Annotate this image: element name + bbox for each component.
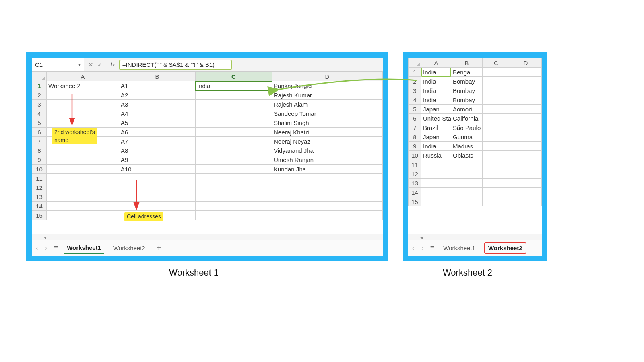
- cell[interactable]: [272, 174, 383, 183]
- cell[interactable]: Kundan Jha: [272, 165, 383, 174]
- cell[interactable]: [510, 123, 542, 132]
- row-header[interactable]: 3: [32, 100, 47, 109]
- horizontal-scroll-hint[interactable]: ◂: [408, 234, 542, 240]
- cell[interactable]: [510, 105, 542, 114]
- cell[interactable]: [421, 169, 451, 179]
- cell[interactable]: A4: [119, 109, 196, 118]
- cell[interactable]: [421, 179, 451, 188]
- all-sheets-icon[interactable]: ≡: [54, 244, 58, 252]
- row-header[interactable]: 4: [32, 109, 47, 118]
- cell[interactable]: [510, 179, 542, 188]
- cell[interactable]: [196, 146, 272, 155]
- tab-nav-prev-icon[interactable]: ‹: [35, 245, 39, 252]
- cell[interactable]: [451, 160, 483, 169]
- cell[interactable]: [483, 77, 510, 86]
- col-header-B[interactable]: B: [119, 72, 196, 81]
- accept-formula-icon[interactable]: ✓: [97, 61, 103, 68]
- cell[interactable]: [196, 192, 272, 202]
- cell[interactable]: [272, 183, 383, 192]
- cell[interactable]: Bombay: [451, 95, 483, 105]
- name-box[interactable]: C1 ▾: [32, 58, 84, 71]
- row-header[interactable]: 13: [409, 179, 421, 188]
- row-header[interactable]: 10: [409, 151, 421, 160]
- cell[interactable]: [451, 197, 483, 206]
- col-header-D[interactable]: D: [272, 72, 383, 81]
- select-all-corner[interactable]: [32, 72, 47, 81]
- row-header[interactable]: 5: [32, 118, 47, 128]
- tab-worksheet2[interactable]: Worksheet2: [110, 243, 149, 253]
- cell[interactable]: [47, 146, 119, 155]
- cell[interactable]: Oblasts: [451, 151, 483, 160]
- cell[interactable]: Shalini Singh: [272, 118, 383, 128]
- cell[interactable]: A7: [119, 137, 196, 146]
- cell[interactable]: A2: [119, 90, 196, 100]
- cell[interactable]: [47, 90, 119, 100]
- cell[interactable]: [272, 202, 383, 211]
- tab-nav-next-icon[interactable]: ›: [44, 245, 48, 252]
- name-box-dropdown-icon[interactable]: ▾: [78, 62, 80, 67]
- row-header[interactable]: 7: [409, 123, 421, 132]
- row-header[interactable]: 3: [409, 86, 421, 95]
- cell[interactable]: São Paulo: [451, 123, 483, 132]
- cell[interactable]: [510, 151, 542, 160]
- cell[interactable]: [483, 68, 510, 77]
- cell[interactable]: [483, 179, 510, 188]
- row-header[interactable]: 11: [32, 174, 47, 183]
- cell[interactable]: [47, 202, 119, 211]
- cell[interactable]: Rajesh Alam: [272, 100, 383, 109]
- cell[interactable]: A8: [119, 146, 196, 155]
- cell[interactable]: [196, 183, 272, 192]
- col-header-A[interactable]: A: [421, 58, 451, 68]
- cell[interactable]: [196, 211, 272, 220]
- cell[interactable]: [451, 179, 483, 188]
- cell[interactable]: India: [421, 142, 451, 151]
- row-header[interactable]: 10: [32, 165, 47, 174]
- cell[interactable]: Pankaj Jangid: [272, 81, 383, 90]
- cell[interactable]: Japan: [421, 105, 451, 114]
- horizontal-scroll-hint[interactable]: ◂: [32, 234, 383, 240]
- cell[interactable]: A3: [119, 100, 196, 109]
- row-header[interactable]: 14: [32, 202, 47, 211]
- row-header[interactable]: 6: [32, 128, 47, 137]
- row-header[interactable]: 7: [32, 137, 47, 146]
- cell[interactable]: Worksheet2: [47, 81, 119, 90]
- tab-worksheet1[interactable]: Worksheet1: [64, 243, 104, 254]
- cell[interactable]: Vidyanand Jha: [272, 146, 383, 155]
- col-header-C[interactable]: C: [196, 72, 272, 81]
- row-header[interactable]: 1: [409, 68, 421, 77]
- cell[interactable]: [483, 142, 510, 151]
- add-sheet-button[interactable]: +: [154, 243, 164, 253]
- cell[interactable]: [510, 95, 542, 105]
- col-header-C[interactable]: C: [483, 58, 510, 68]
- cell[interactable]: [272, 192, 383, 202]
- cell[interactable]: A10: [119, 165, 196, 174]
- col-header-B[interactable]: B: [451, 58, 483, 68]
- row-header[interactable]: 15: [409, 197, 421, 206]
- cell[interactable]: [47, 155, 119, 165]
- cell[interactable]: [196, 165, 272, 174]
- cell[interactable]: [196, 90, 272, 100]
- row-header[interactable]: 11: [409, 160, 421, 169]
- cell[interactable]: [47, 100, 119, 109]
- cell[interactable]: [483, 132, 510, 142]
- cell[interactable]: [483, 105, 510, 114]
- all-sheets-icon[interactable]: ≡: [430, 244, 435, 252]
- cell[interactable]: [483, 151, 510, 160]
- cell[interactable]: A5: [119, 118, 196, 128]
- cell[interactable]: [272, 211, 383, 220]
- cell[interactable]: Bengal: [451, 68, 483, 77]
- cell[interactable]: [510, 114, 542, 123]
- cell[interactable]: Umesh Ranjan: [272, 155, 383, 165]
- cell[interactable]: [483, 169, 510, 179]
- cell[interactable]: [196, 202, 272, 211]
- cell[interactable]: [196, 109, 272, 118]
- cell[interactable]: [47, 183, 119, 192]
- formula-input[interactable]: =INDIRECT("'" & $A$1 & "'!" & B1): [119, 60, 232, 70]
- cell[interactable]: [510, 160, 542, 169]
- cell[interactable]: [196, 128, 272, 137]
- cell[interactable]: Sandeep Tomar: [272, 109, 383, 118]
- active-cell-C1[interactable]: India: [196, 81, 272, 90]
- cell[interactable]: [510, 142, 542, 151]
- cell[interactable]: Bombay: [451, 86, 483, 95]
- row-header[interactable]: 2: [32, 90, 47, 100]
